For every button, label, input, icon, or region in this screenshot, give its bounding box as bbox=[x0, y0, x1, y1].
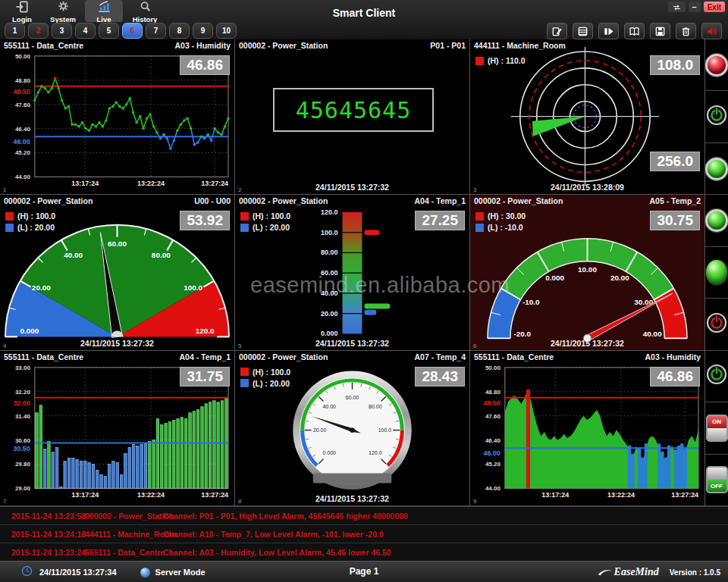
svg-text:-20.0: -20.0 bbox=[513, 330, 531, 339]
table-icon bbox=[577, 26, 588, 37]
svg-text:13:27:24: 13:27:24 bbox=[671, 491, 698, 499]
page-tab-1[interactable]: 1 bbox=[5, 23, 25, 39]
panel-index: 9 bbox=[473, 498, 476, 505]
legend-label: (H) : 100.0 bbox=[253, 211, 290, 221]
value-readout: 27.25 bbox=[415, 211, 465, 230]
side-cell bbox=[705, 351, 728, 402]
svg-text:44.00: 44.00 bbox=[485, 485, 501, 492]
panel-trend-line-1: 555111 - Data_CentreA03 - Humidity50.004… bbox=[0, 39, 235, 195]
trash-button[interactable] bbox=[676, 23, 696, 39]
svg-text:13:17:24: 13:17:24 bbox=[71, 180, 99, 187]
nav-login[interactable]: Login bbox=[3, 0, 41, 22]
svg-text:100.0: 100.0 bbox=[184, 283, 202, 292]
value-readout: 31.75 bbox=[180, 367, 230, 386]
value-readout-2: 256.0 bbox=[650, 152, 700, 171]
page-tab-3[interactable]: 3 bbox=[52, 23, 72, 39]
green-led-button[interactable] bbox=[705, 209, 728, 232]
page-tab-10[interactable]: 10 bbox=[216, 23, 237, 39]
svg-text:0.000: 0.000 bbox=[20, 327, 39, 336]
svg-text:44.00: 44.00 bbox=[15, 174, 31, 180]
value-readout: 53.92 bbox=[180, 211, 230, 230]
save-button[interactable] bbox=[650, 23, 670, 39]
svg-text:10.00: 10.00 bbox=[578, 265, 597, 274]
nav-system[interactable]: System bbox=[44, 0, 82, 22]
page-tab-7[interactable]: 7 bbox=[146, 23, 166, 39]
server-mode: Server Mode bbox=[140, 568, 206, 577]
svg-text:32.20: 32.20 bbox=[15, 388, 31, 395]
svg-text:48.50: 48.50 bbox=[13, 88, 30, 95]
play-export-button[interactable] bbox=[598, 23, 619, 39]
svg-text:0.000: 0.000 bbox=[321, 330, 337, 338]
page-tab-4[interactable]: 4 bbox=[75, 23, 96, 39]
alarm-station: 000002 - Power_Station bbox=[85, 512, 163, 521]
svg-text:50.00: 50.00 bbox=[485, 365, 501, 371]
server-mode-label: Server Mode bbox=[155, 568, 206, 577]
power-icon bbox=[706, 105, 727, 126]
nav-history[interactable]: History bbox=[126, 0, 164, 22]
restore-icon bbox=[672, 0, 682, 14]
panel-station: 555111 - Data_Centre bbox=[4, 41, 83, 50]
legend-color-swatch bbox=[475, 57, 484, 65]
alarm-row[interactable]: 2015-11-24 13:23:58000002 - Power_Statio… bbox=[0, 507, 728, 525]
svg-text:20.00: 20.00 bbox=[313, 427, 327, 432]
panel-station: 000002 - Power_Station bbox=[474, 196, 563, 205]
edit-note-button[interactable] bbox=[547, 23, 567, 39]
table-button[interactable] bbox=[573, 23, 593, 39]
green-led-button[interactable] bbox=[705, 158, 728, 180]
legend-color-swatch bbox=[5, 224, 14, 232]
side-cell bbox=[705, 299, 728, 350]
alarm-row[interactable]: 2015-11-24 13:23:24555111 - Data_CentreC… bbox=[0, 543, 728, 562]
live-chart-icon bbox=[97, 1, 111, 16]
restore-button[interactable] bbox=[668, 2, 686, 12]
panel-legend: (H) : 100.0(L) : 20.00 bbox=[5, 211, 55, 234]
page-tab-2[interactable]: 2 bbox=[28, 23, 49, 39]
green-power-button[interactable] bbox=[706, 105, 727, 129]
minimize-button[interactable]: – bbox=[689, 2, 701, 12]
legend-label: (L) : 20.00 bbox=[253, 223, 290, 232]
svg-text:40.00: 40.00 bbox=[643, 330, 662, 339]
svg-text:80.00: 80.00 bbox=[321, 249, 337, 257]
svg-text:20.00: 20.00 bbox=[610, 274, 629, 282]
legend-label: (L) : 20.00 bbox=[17, 223, 55, 232]
panel-header: 444111 - Machine_Room bbox=[470, 39, 704, 51]
alarm-row[interactable]: 2015-11-24 13:24:18444111 - Machine_Room… bbox=[0, 525, 728, 543]
side-cell bbox=[705, 247, 728, 299]
legend-item: (H) : 110.0 bbox=[475, 56, 526, 65]
svg-text:120.0: 120.0 bbox=[369, 450, 382, 455]
svg-text:13:22:24: 13:22:24 bbox=[137, 491, 165, 499]
nav-live[interactable]: Live bbox=[85, 0, 123, 22]
red-led-button[interactable] bbox=[705, 54, 728, 77]
panel-timestamp: 24/11/2015 13:27:32 bbox=[0, 339, 234, 348]
red-power-button[interactable] bbox=[706, 312, 727, 336]
svg-text:33.00: 33.00 bbox=[15, 365, 31, 371]
svg-text:0.000: 0.000 bbox=[545, 274, 564, 282]
svg-text:29.80: 29.80 bbox=[15, 461, 31, 468]
page-tab-5[interactable]: 5 bbox=[99, 23, 119, 39]
panel-station: 555111 - Data_Centre bbox=[474, 352, 554, 361]
server-mode-icon bbox=[140, 568, 150, 577]
side-cell: OFF bbox=[705, 455, 728, 506]
page-tab-6[interactable]: 6 bbox=[122, 23, 143, 39]
svg-text:13:17:24: 13:17:24 bbox=[541, 491, 569, 499]
svg-text:-10.0: -10.0 bbox=[522, 298, 540, 306]
off-switch[interactable]: OFF bbox=[706, 466, 728, 493]
panel-legend: (H) : 100.0(L) : 20.00 bbox=[240, 368, 290, 390]
book-button[interactable] bbox=[624, 23, 645, 39]
page-tab-9[interactable]: 9 bbox=[193, 23, 213, 39]
side-cell: ON bbox=[705, 402, 728, 454]
switch-top: ON bbox=[708, 416, 726, 428]
alarm-message: Channel: P01 - P01, High Level Alarm, 45… bbox=[163, 512, 728, 521]
svg-text:60.00: 60.00 bbox=[346, 394, 359, 399]
panel-index: 4 bbox=[3, 343, 6, 349]
panel-gauge-round-8: 000002 - Power_StationA07 - Temp_4(H) : … bbox=[235, 351, 470, 506]
green-power-button[interactable] bbox=[706, 364, 727, 388]
speaker-button[interactable] bbox=[701, 23, 722, 39]
exit-button[interactable]: Exit bbox=[704, 2, 725, 12]
on-switch[interactable]: ON bbox=[706, 415, 728, 442]
side-button-strip: ONOFF bbox=[705, 39, 728, 506]
panel-channel: A03 - Humidity bbox=[174, 41, 231, 50]
green-led-large-button[interactable] bbox=[705, 259, 728, 286]
svg-text:46.40: 46.40 bbox=[15, 126, 31, 133]
svg-text:40.00: 40.00 bbox=[321, 289, 337, 297]
page-tab-8[interactable]: 8 bbox=[169, 23, 190, 39]
